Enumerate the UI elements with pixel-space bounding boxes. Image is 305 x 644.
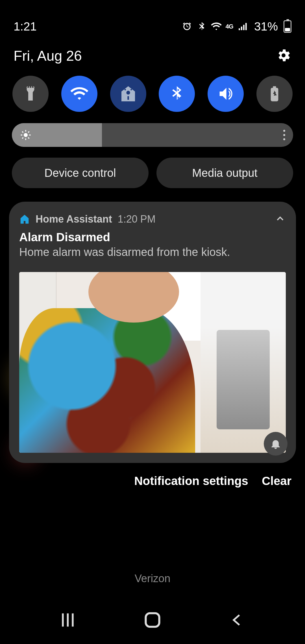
battery-percent: 31% bbox=[254, 20, 278, 33]
collapse-button[interactable] bbox=[274, 213, 286, 225]
device-control-button[interactable]: Device control bbox=[12, 158, 149, 188]
wifi-icon bbox=[70, 85, 88, 103]
home-icon bbox=[142, 610, 163, 630]
media-output-button[interactable]: Media output bbox=[156, 158, 293, 188]
notification-title: Alarm Disarmed bbox=[19, 230, 286, 244]
quick-toggles bbox=[0, 70, 305, 112]
clear-button[interactable]: Clear bbox=[262, 474, 291, 488]
notification-settings-badge[interactable] bbox=[264, 432, 287, 456]
home-button[interactable] bbox=[140, 607, 165, 633]
sound-toggle[interactable] bbox=[208, 76, 244, 112]
notification-settings-link[interactable]: Notification settings bbox=[134, 474, 248, 488]
recents-icon bbox=[58, 610, 78, 630]
status-icons: 4G 31% bbox=[182, 20, 291, 33]
notification-card[interactable]: Home Assistant 1:20 PM Alarm Disarmed Ho… bbox=[9, 202, 296, 463]
notification-image bbox=[19, 272, 286, 453]
battery-icon bbox=[284, 20, 291, 33]
svg-point-0 bbox=[24, 133, 28, 137]
bluetooth-status-icon bbox=[196, 21, 207, 32]
flashlight-toggle[interactable] bbox=[12, 76, 49, 112]
notification-time: 1:20 PM bbox=[118, 213, 156, 225]
gear-icon bbox=[276, 47, 291, 63]
volume-icon bbox=[217, 85, 235, 103]
navigation-bar bbox=[0, 607, 305, 633]
svg-line-8 bbox=[28, 132, 29, 133]
flashlight-icon bbox=[21, 85, 40, 103]
status-time: 1:21 bbox=[14, 20, 37, 33]
svg-line-7 bbox=[22, 138, 23, 139]
bluetooth-icon bbox=[168, 85, 186, 103]
smart-home-toggle[interactable] bbox=[110, 76, 146, 112]
wifi-status-icon bbox=[211, 21, 222, 32]
back-icon bbox=[229, 612, 246, 628]
home-assistant-app-icon bbox=[19, 214, 30, 225]
brightness-more-button[interactable] bbox=[283, 130, 285, 140]
battery-recycle-icon bbox=[265, 85, 284, 103]
signal-icon bbox=[238, 21, 249, 32]
svg-rect-12 bbox=[146, 613, 159, 627]
wifi-toggle[interactable] bbox=[61, 76, 97, 112]
notification-body: Home alarm was disarmed from the kiosk. bbox=[19, 246, 286, 258]
chevron-up-icon bbox=[274, 213, 286, 224]
back-button[interactable] bbox=[225, 607, 250, 633]
panel-date: Fri, Aug 26 bbox=[14, 48, 82, 64]
svg-line-6 bbox=[28, 138, 29, 139]
bell-icon bbox=[269, 438, 282, 450]
bluetooth-toggle[interactable] bbox=[159, 76, 195, 112]
brightness-slider[interactable] bbox=[12, 123, 293, 147]
recents-button[interactable] bbox=[55, 607, 80, 633]
alarm-icon bbox=[182, 21, 192, 32]
settings-button[interactable] bbox=[276, 47, 291, 64]
status-bar: 1:21 4G 31% bbox=[0, 0, 305, 39]
carrier-label: Verizon bbox=[0, 573, 305, 585]
brightness-icon bbox=[20, 129, 32, 141]
home-assistant-icon bbox=[119, 85, 137, 103]
svg-line-5 bbox=[22, 132, 23, 133]
notification-app-name: Home Assistant bbox=[36, 213, 112, 225]
network-type: 4G bbox=[226, 23, 233, 30]
power-saving-toggle[interactable] bbox=[256, 76, 293, 112]
